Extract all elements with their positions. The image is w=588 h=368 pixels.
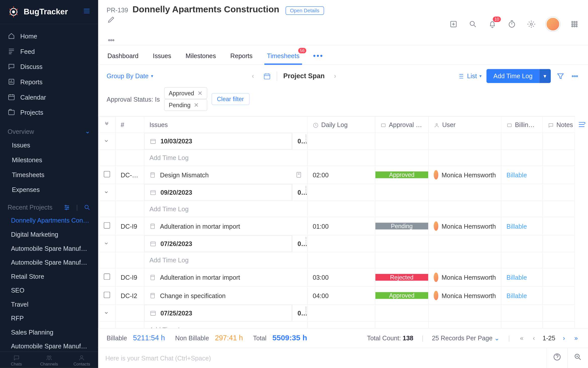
filter-icon[interactable]: [556, 71, 565, 81]
calendar-icon[interactable]: [263, 72, 271, 80]
add-log-row[interactable]: Add Time Log: [98, 322, 574, 328]
tab-issues[interactable]: Issues: [152, 48, 172, 64]
recent-project-item[interactable]: RFP: [0, 311, 98, 325]
status-rejected[interactable]: Rejected: [375, 274, 428, 281]
timesheet-row[interactable]: DC-I9 Adulteration in mortar import 03:0…: [98, 268, 574, 286]
status-approved[interactable]: Approved: [375, 172, 428, 178]
recent-project-item[interactable]: Retail Store: [0, 269, 98, 283]
next-period-button[interactable]: ›: [330, 70, 339, 81]
overview-section[interactable]: Overview ⌄: [0, 120, 98, 138]
page-next-icon[interactable]: ›: [561, 333, 567, 343]
billing-type[interactable]: Billable: [506, 171, 527, 179]
nav-calendar[interactable]: Calendar: [0, 89, 98, 105]
col-notes[interactable]: Notes: [543, 117, 574, 133]
tab-milestones[interactable]: Milestones: [185, 48, 217, 64]
user-avatar[interactable]: [546, 17, 560, 31]
settings-sliders-icon[interactable]: [64, 204, 70, 211]
smart-chat-input[interactable]: [99, 349, 547, 367]
chevron-down-icon[interactable]: [104, 310, 109, 315]
more-options-icon[interactable]: [570, 71, 579, 81]
group-row[interactable]: 10/03/2023 02:00: [98, 133, 574, 150]
col-approval[interactable]: Approval St...: [375, 117, 428, 133]
overview-timesheets[interactable]: Timesheets: [0, 167, 98, 182]
recent-project-item[interactable]: SEO: [0, 283, 98, 297]
col-daily-log[interactable]: Daily Log: [307, 117, 375, 133]
chats-tab[interactable]: Chats: [0, 352, 33, 368]
tab-timesheets[interactable]: Timesheets56: [266, 48, 300, 64]
tabs-more-icon[interactable]: •••: [313, 52, 324, 60]
nav-home[interactable]: Home: [0, 28, 98, 44]
group-row[interactable]: 07/26/2023 07:00: [98, 235, 574, 252]
overview-milestones[interactable]: Milestones: [0, 152, 98, 167]
open-details-button[interactable]: Open Details: [285, 6, 324, 15]
recent-project-item[interactable]: Automobile Spare Manufacturing: [0, 241, 98, 256]
overview-expenses[interactable]: Expenses: [0, 182, 98, 197]
apps-grid-icon[interactable]: [569, 19, 579, 29]
chevron-down-icon[interactable]: [104, 190, 109, 195]
row-checkbox[interactable]: [104, 171, 110, 177]
status-approved[interactable]: Approved: [375, 292, 428, 299]
recent-project-item[interactable]: Travel: [0, 297, 98, 311]
sidebar-collapse-icon[interactable]: [83, 7, 90, 17]
billing-type[interactable]: Billable: [506, 274, 527, 281]
page-prev-icon[interactable]: ‹: [531, 333, 537, 343]
nav-reports[interactable]: Reports: [0, 74, 98, 90]
timesheet-row[interactable]: DC-I9 Adulteration in mortar import 01:0…: [98, 217, 574, 235]
prev-period-button[interactable]: ‹: [249, 70, 258, 81]
group-row[interactable]: 07/25/2023 03:00: [98, 305, 574, 321]
view-list-toggle[interactable]: List▾: [457, 72, 481, 80]
overview-issues[interactable]: Issues: [0, 138, 98, 152]
search-icon[interactable]: [84, 204, 90, 211]
nav-projects[interactable]: Projects: [0, 105, 98, 120]
contacts-tab[interactable]: Contacts: [65, 352, 98, 368]
add-log-row[interactable]: Add Time Log: [98, 252, 574, 268]
clear-filter-button[interactable]: Clear filter: [211, 93, 249, 105]
group-by-dropdown[interactable]: Group By Date▾: [107, 72, 153, 80]
book-icon[interactable]: [295, 172, 302, 178]
filter-chip[interactable]: Pending✕: [164, 99, 207, 111]
col-billing[interactable]: Billing ...: [501, 117, 543, 133]
chip-remove-icon[interactable]: ✕: [194, 102, 199, 108]
add-icon[interactable]: [448, 19, 458, 29]
add-log-row[interactable]: Add Time Log: [98, 150, 574, 166]
row-checkbox[interactable]: [104, 292, 110, 298]
timer-icon[interactable]: [507, 19, 517, 29]
page-first-icon[interactable]: «: [518, 333, 525, 343]
billing-type[interactable]: Billable: [506, 223, 527, 230]
chevron-down-icon[interactable]: [104, 241, 109, 246]
search-icon[interactable]: [468, 19, 478, 29]
row-checkbox[interactable]: [104, 274, 110, 280]
recent-project-item[interactable]: Automobile Spare Manufacturing: [0, 339, 98, 351]
chip-remove-icon[interactable]: ✕: [198, 90, 203, 97]
zoom-icon[interactable]: [567, 348, 588, 368]
add-time-log-caret[interactable]: ▾: [539, 69, 551, 83]
more-icon[interactable]: [107, 35, 116, 45]
recent-project-item[interactable]: Digital Marketing: [0, 227, 98, 241]
add-log-row[interactable]: Add Time Log: [98, 201, 574, 217]
column-settings-button[interactable]: [574, 116, 588, 328]
nav-discuss[interactable]: Discuss: [0, 59, 98, 74]
channels-tab[interactable]: Channels: [33, 352, 65, 368]
edit-icon[interactable]: [107, 15, 116, 24]
billing-type[interactable]: Billable: [506, 292, 527, 299]
page-last-icon[interactable]: »: [573, 333, 580, 343]
bell-icon[interactable]: 10: [487, 19, 497, 29]
per-page-dropdown[interactable]: 25 Records Per Page ⌄: [432, 334, 500, 342]
col-id[interactable]: #: [115, 117, 144, 133]
tab-reports[interactable]: Reports: [229, 48, 253, 64]
recent-project-item[interactable]: Donnelly Apartments Construction: [0, 213, 98, 227]
col-issues[interactable]: Issues: [144, 117, 307, 133]
gear-icon[interactable]: [526, 19, 536, 29]
add-time-log-button[interactable]: Add Time Log: [487, 69, 540, 83]
timesheet-row[interactable]: DC-I90 Design Mismatch 02:00 Approved Mo…: [98, 166, 574, 184]
nav-feed[interactable]: Feed: [0, 44, 98, 59]
status-pending[interactable]: Pending: [375, 223, 428, 230]
row-checkbox[interactable]: [104, 222, 110, 229]
col-user[interactable]: User: [428, 117, 501, 133]
tab-dashboard[interactable]: Dashboard: [107, 48, 139, 64]
recent-project-item[interactable]: Automobile Spare Manufacturing: [0, 255, 98, 269]
help-icon[interactable]: [547, 348, 567, 368]
group-row[interactable]: 09/20/2023 01:00: [98, 184, 574, 201]
chevron-down-icon[interactable]: [104, 139, 109, 144]
timesheet-row[interactable]: DC-I2 Change in specification 04:00 Appr…: [98, 287, 574, 305]
